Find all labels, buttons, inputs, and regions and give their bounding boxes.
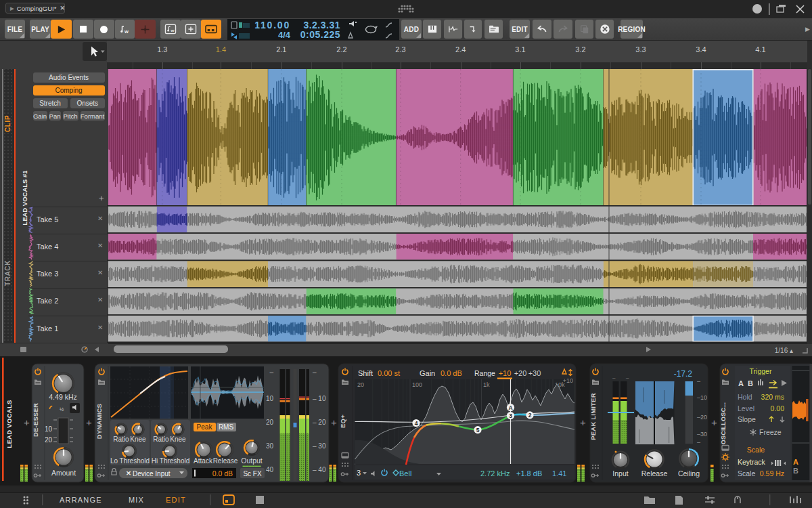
- svg-text:ARRANGE: ARRANGE: [60, 496, 102, 504]
- svg-text:Attack: Attack: [194, 457, 213, 465]
- svg-text:2: 2: [528, 412, 532, 419]
- svg-text:Bell: Bell: [399, 469, 411, 478]
- svg-text:2.1: 2.1: [276, 45, 286, 54]
- svg-text:Keytrack: Keytrack: [738, 458, 766, 466]
- svg-text:–: –: [697, 439, 700, 446]
- svg-text:2.72 kHz: 2.72 kHz: [480, 469, 510, 478]
- svg-text:Slope: Slope: [738, 415, 756, 423]
- svg-text:Hi Threshold: Hi Threshold: [152, 457, 190, 465]
- svg-text:1.3: 1.3: [157, 45, 167, 54]
- svg-text:+10: +10: [499, 369, 512, 377]
- svg-text:– 30: – 30: [313, 442, 326, 450]
- svg-text:5: 5: [476, 427, 480, 433]
- svg-text:✕: ✕: [126, 469, 131, 477]
- svg-text:–: –: [269, 368, 273, 376]
- svg-text:DE-ESSER: DE-ESSER: [32, 403, 39, 437]
- svg-text:+1.8 dB: +1.8 dB: [516, 469, 542, 478]
- svg-text:–10: –10: [697, 394, 707, 401]
- svg-text:10: 10: [266, 395, 274, 402]
- svg-text:320 ms: 320 ms: [761, 393, 784, 401]
- svg-text:Trigger: Trigger: [750, 367, 772, 375]
- svg-text:1/16 ▴: 1/16 ▴: [775, 347, 793, 354]
- svg-text:A: A: [793, 458, 798, 466]
- svg-text:EDIT: EDIT: [166, 496, 186, 504]
- svg-text:Release: Release: [213, 457, 238, 465]
- svg-text:1.41: 1.41: [552, 469, 566, 478]
- svg-text:100: 100: [412, 381, 422, 388]
- svg-text:A: A: [508, 404, 512, 411]
- svg-text:+: +: [86, 417, 92, 428]
- svg-text:Knee: Knee: [130, 436, 146, 443]
- svg-text:+20: +20: [514, 369, 527, 377]
- svg-text:3.1: 3.1: [515, 45, 525, 54]
- svg-text:Hold: Hold: [738, 393, 752, 401]
- svg-text:PEAK LIMITER: PEAK LIMITER: [589, 393, 597, 440]
- svg-text:½: ½: [60, 406, 64, 412]
- svg-text:10: 10: [45, 425, 53, 433]
- svg-text:RMS: RMS: [219, 423, 234, 431]
- svg-text:Range: Range: [474, 369, 495, 377]
- svg-text:B: B: [793, 467, 798, 475]
- svg-text:+30: +30: [528, 369, 541, 377]
- svg-text:Device Input: Device Input: [133, 470, 171, 478]
- svg-text:A: A: [738, 379, 744, 387]
- svg-text:– 20: – 20: [313, 419, 326, 426]
- svg-text:0:05.225: 0:05.225: [300, 29, 340, 40]
- svg-text:4/4: 4/4: [278, 30, 291, 40]
- svg-text:3.2: 3.2: [575, 45, 585, 54]
- svg-text:0.59 Hz: 0.59 Hz: [760, 469, 784, 478]
- svg-text:+10: +10: [563, 377, 573, 384]
- svg-text:+: +: [331, 417, 337, 428]
- svg-text:Scale: Scale: [747, 446, 765, 454]
- svg-text:B: B: [748, 379, 753, 387]
- svg-text:0.0 dB: 0.0 dB: [441, 369, 462, 377]
- svg-text:MIX: MIX: [129, 496, 144, 504]
- svg-text:▬▬▬▬▬▬: ▬▬▬▬▬▬: [243, 464, 262, 467]
- svg-text:+: +: [711, 417, 717, 428]
- svg-text:DYNAMICS: DYNAMICS: [95, 404, 103, 439]
- svg-text:–: –: [612, 375, 616, 381]
- svg-text:Freeze: Freeze: [759, 428, 782, 436]
- svg-text:–: –: [313, 368, 317, 376]
- svg-text:0.00: 0.00: [771, 404, 785, 412]
- svg-text:Ratio: Ratio: [113, 436, 129, 443]
- svg-text:40: 40: [266, 466, 274, 473]
- svg-text:–20: –20: [697, 414, 707, 421]
- svg-text:3.3: 3.3: [635, 45, 646, 54]
- svg-text:–30: –30: [697, 431, 707, 438]
- svg-text:20: 20: [45, 436, 53, 444]
- svg-text:Level: Level: [738, 404, 754, 412]
- svg-text:Lo Threshold: Lo Threshold: [110, 457, 150, 465]
- svg-text:-17.2: -17.2: [674, 369, 693, 379]
- svg-text:2.3: 2.3: [395, 45, 405, 54]
- svg-text:4.49 kHz: 4.49 kHz: [49, 393, 76, 401]
- svg-text:30: 30: [266, 442, 274, 450]
- svg-text:Ceiling: Ceiling: [678, 469, 700, 478]
- svg-text:OSCILLOSC...: OSCILLOSC...: [720, 402, 727, 444]
- svg-text:3.4: 3.4: [696, 45, 706, 54]
- svg-text:0.0 dB: 0.0 dB: [212, 469, 233, 478]
- svg-text:0.00 st: 0.00 st: [378, 369, 400, 377]
- svg-text:Sc FX: Sc FX: [243, 470, 262, 478]
- svg-text:LEAD VOCALS: LEAD VOCALS: [5, 400, 13, 448]
- svg-text:w: w: [170, 28, 174, 33]
- svg-text:Scale: Scale: [738, 469, 755, 478]
- svg-text:Knee: Knee: [170, 436, 186, 443]
- svg-text:– 10: – 10: [313, 395, 326, 402]
- svg-text:–: –: [697, 378, 700, 385]
- svg-text:+: +: [24, 417, 30, 428]
- svg-text:2.2: 2.2: [336, 45, 346, 54]
- svg-text:+: +: [580, 417, 586, 428]
- svg-text:–: –: [626, 375, 629, 381]
- svg-text:Shift: Shift: [358, 369, 373, 377]
- svg-text:20: 20: [266, 419, 274, 426]
- svg-text:2.4: 2.4: [455, 45, 466, 54]
- svg-text:– 40: – 40: [313, 466, 326, 473]
- svg-text:4: 4: [415, 420, 418, 427]
- svg-text:EQ+: EQ+: [339, 415, 346, 428]
- svg-text:3: 3: [509, 412, 512, 419]
- svg-text:Input: Input: [612, 469, 628, 478]
- svg-text:Ratio: Ratio: [153, 436, 169, 443]
- svg-text:Gain: Gain: [420, 369, 435, 377]
- svg-text:Release: Release: [641, 469, 668, 478]
